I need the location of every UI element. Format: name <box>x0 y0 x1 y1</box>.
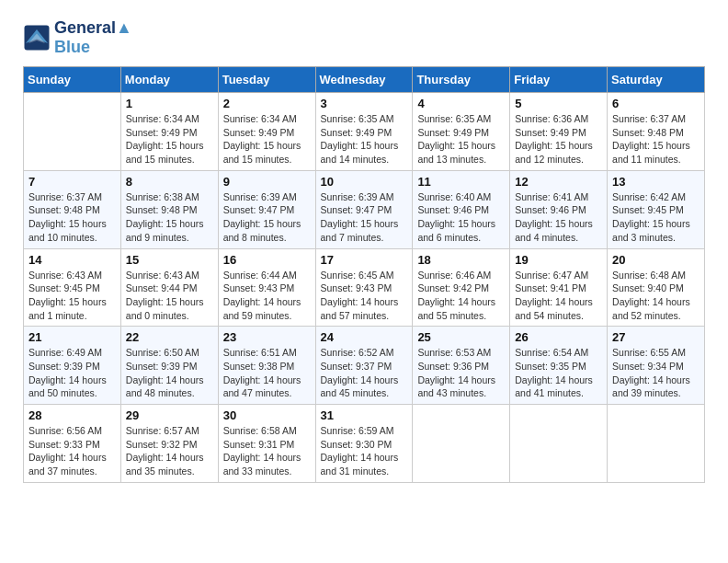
week-row-2: 7Sunrise: 6:37 AM Sunset: 9:48 PM Daylig… <box>24 170 705 248</box>
header: General▲ Blue <box>23 18 705 57</box>
day-number: 20 <box>612 253 700 267</box>
day-info: Sunrise: 6:38 AM Sunset: 9:48 PM Dayligh… <box>126 190 213 245</box>
day-number: 23 <box>223 330 311 344</box>
calendar-cell: 14Sunrise: 6:43 AM Sunset: 9:45 PM Dayli… <box>24 248 121 327</box>
calendar-cell: 1Sunrise: 6:34 AM Sunset: 9:49 PM Daylig… <box>120 93 218 171</box>
day-number: 21 <box>28 330 116 344</box>
page-container: General▲ Blue SundayMondayTuesdayWednesd… <box>0 0 728 501</box>
calendar-cell <box>413 405 510 483</box>
weekday-header-tuesday: Tuesday <box>218 67 315 93</box>
calendar-table: SundayMondayTuesdayWednesdayThursdayFrid… <box>23 66 705 483</box>
calendar-cell: 15Sunrise: 6:43 AM Sunset: 9:44 PM Dayli… <box>120 248 218 327</box>
calendar-cell: 7Sunrise: 6:37 AM Sunset: 9:48 PM Daylig… <box>24 170 121 248</box>
calendar-cell: 30Sunrise: 6:58 AM Sunset: 9:31 PM Dayli… <box>218 405 315 483</box>
day-number: 28 <box>28 408 116 422</box>
day-number: 29 <box>126 408 213 422</box>
calendar-cell: 24Sunrise: 6:52 AM Sunset: 9:37 PM Dayli… <box>315 327 413 405</box>
calendar-cell <box>608 405 705 483</box>
weekday-header-wednesday: Wednesday <box>315 67 413 93</box>
day-number: 15 <box>126 253 213 267</box>
logo-text: General▲ Blue <box>54 18 132 57</box>
calendar-cell: 5Sunrise: 6:36 AM Sunset: 9:49 PM Daylig… <box>510 93 608 171</box>
day-info: Sunrise: 6:57 AM Sunset: 9:32 PM Dayligh… <box>126 424 213 478</box>
calendar-cell: 10Sunrise: 6:39 AM Sunset: 9:47 PM Dayli… <box>315 170 413 248</box>
calendar-cell: 16Sunrise: 6:44 AM Sunset: 9:43 PM Dayli… <box>218 248 315 327</box>
day-number: 11 <box>417 175 505 189</box>
day-number: 4 <box>417 97 505 110</box>
day-info: Sunrise: 6:47 AM Sunset: 9:41 PM Dayligh… <box>515 269 602 323</box>
day-number: 6 <box>612 97 700 110</box>
day-number: 16 <box>223 253 311 267</box>
calendar-cell: 9Sunrise: 6:39 AM Sunset: 9:47 PM Daylig… <box>218 170 315 248</box>
weekday-header-monday: Monday <box>120 67 218 93</box>
calendar-cell: 4Sunrise: 6:35 AM Sunset: 9:49 PM Daylig… <box>413 93 510 171</box>
day-number: 25 <box>417 330 505 344</box>
day-number: 22 <box>126 330 213 344</box>
day-number: 3 <box>321 97 408 110</box>
day-number: 19 <box>515 253 602 267</box>
calendar-cell: 22Sunrise: 6:50 AM Sunset: 9:39 PM Dayli… <box>120 327 218 405</box>
calendar-cell <box>510 405 608 483</box>
day-info: Sunrise: 6:34 AM Sunset: 9:49 PM Dayligh… <box>126 112 213 167</box>
day-info: Sunrise: 6:39 AM Sunset: 9:47 PM Dayligh… <box>321 190 408 245</box>
day-info: Sunrise: 6:36 AM Sunset: 9:49 PM Dayligh… <box>515 112 602 167</box>
week-row-4: 21Sunrise: 6:49 AM Sunset: 9:39 PM Dayli… <box>24 327 705 405</box>
day-number: 10 <box>321 175 408 189</box>
day-info: Sunrise: 6:43 AM Sunset: 9:44 PM Dayligh… <box>126 269 213 323</box>
day-info: Sunrise: 6:46 AM Sunset: 9:42 PM Dayligh… <box>417 269 505 323</box>
day-info: Sunrise: 6:53 AM Sunset: 9:36 PM Dayligh… <box>417 346 505 400</box>
day-number: 17 <box>321 253 408 267</box>
day-number: 26 <box>515 330 602 344</box>
day-info: Sunrise: 6:50 AM Sunset: 9:39 PM Dayligh… <box>126 346 213 400</box>
day-number: 14 <box>28 253 116 267</box>
day-info: Sunrise: 6:49 AM Sunset: 9:39 PM Dayligh… <box>28 346 116 400</box>
weekday-header-saturday: Saturday <box>608 67 705 93</box>
calendar-cell: 18Sunrise: 6:46 AM Sunset: 9:42 PM Dayli… <box>413 248 510 327</box>
calendar-cell: 19Sunrise: 6:47 AM Sunset: 9:41 PM Dayli… <box>510 248 608 327</box>
day-info: Sunrise: 6:52 AM Sunset: 9:37 PM Dayligh… <box>321 346 408 400</box>
day-number: 13 <box>612 175 700 189</box>
day-info: Sunrise: 6:45 AM Sunset: 9:43 PM Dayligh… <box>321 269 408 323</box>
day-number: 8 <box>126 175 213 189</box>
week-row-3: 14Sunrise: 6:43 AM Sunset: 9:45 PM Dayli… <box>24 248 705 327</box>
day-info: Sunrise: 6:51 AM Sunset: 9:38 PM Dayligh… <box>223 346 311 400</box>
weekday-header-row: SundayMondayTuesdayWednesdayThursdayFrid… <box>24 67 705 93</box>
day-number: 12 <box>515 175 602 189</box>
day-info: Sunrise: 6:58 AM Sunset: 9:31 PM Dayligh… <box>223 424 311 478</box>
day-info: Sunrise: 6:37 AM Sunset: 9:48 PM Dayligh… <box>28 190 116 245</box>
calendar-cell: 29Sunrise: 6:57 AM Sunset: 9:32 PM Dayli… <box>120 405 218 483</box>
calendar-cell: 25Sunrise: 6:53 AM Sunset: 9:36 PM Dayli… <box>413 327 510 405</box>
day-info: Sunrise: 6:56 AM Sunset: 9:33 PM Dayligh… <box>28 424 116 478</box>
day-number: 24 <box>321 330 408 344</box>
calendar-cell: 26Sunrise: 6:54 AM Sunset: 9:35 PM Dayli… <box>510 327 608 405</box>
day-info: Sunrise: 6:35 AM Sunset: 9:49 PM Dayligh… <box>417 112 505 167</box>
logo-icon <box>23 24 51 52</box>
calendar-cell: 28Sunrise: 6:56 AM Sunset: 9:33 PM Dayli… <box>24 405 121 483</box>
day-info: Sunrise: 6:42 AM Sunset: 9:45 PM Dayligh… <box>612 190 700 245</box>
calendar-cell: 17Sunrise: 6:45 AM Sunset: 9:43 PM Dayli… <box>315 248 413 327</box>
week-row-5: 28Sunrise: 6:56 AM Sunset: 9:33 PM Dayli… <box>24 405 705 483</box>
day-number: 5 <box>515 97 602 110</box>
day-info: Sunrise: 6:55 AM Sunset: 9:34 PM Dayligh… <box>612 346 700 400</box>
day-info: Sunrise: 6:35 AM Sunset: 9:49 PM Dayligh… <box>321 112 408 167</box>
day-number: 18 <box>417 253 505 267</box>
day-info: Sunrise: 6:54 AM Sunset: 9:35 PM Dayligh… <box>515 346 602 400</box>
day-info: Sunrise: 6:40 AM Sunset: 9:46 PM Dayligh… <box>417 190 505 245</box>
day-info: Sunrise: 6:48 AM Sunset: 9:40 PM Dayligh… <box>612 269 700 323</box>
calendar-cell: 12Sunrise: 6:41 AM Sunset: 9:46 PM Dayli… <box>510 170 608 248</box>
calendar-cell: 8Sunrise: 6:38 AM Sunset: 9:48 PM Daylig… <box>120 170 218 248</box>
calendar-cell: 13Sunrise: 6:42 AM Sunset: 9:45 PM Dayli… <box>608 170 705 248</box>
week-row-1: 1Sunrise: 6:34 AM Sunset: 9:49 PM Daylig… <box>24 93 705 171</box>
day-number: 7 <box>28 175 116 189</box>
calendar-cell: 21Sunrise: 6:49 AM Sunset: 9:39 PM Dayli… <box>24 327 121 405</box>
calendar-cell: 3Sunrise: 6:35 AM Sunset: 9:49 PM Daylig… <box>315 93 413 171</box>
calendar-cell: 31Sunrise: 6:59 AM Sunset: 9:30 PM Dayli… <box>315 405 413 483</box>
day-info: Sunrise: 6:59 AM Sunset: 9:30 PM Dayligh… <box>321 424 408 478</box>
day-number: 30 <box>223 408 311 422</box>
day-info: Sunrise: 6:44 AM Sunset: 9:43 PM Dayligh… <box>223 269 311 323</box>
calendar-cell: 2Sunrise: 6:34 AM Sunset: 9:49 PM Daylig… <box>218 93 315 171</box>
weekday-header-friday: Friday <box>510 67 608 93</box>
day-info: Sunrise: 6:43 AM Sunset: 9:45 PM Dayligh… <box>28 269 116 323</box>
day-info: Sunrise: 6:39 AM Sunset: 9:47 PM Dayligh… <box>223 190 311 245</box>
day-info: Sunrise: 6:41 AM Sunset: 9:46 PM Dayligh… <box>515 190 602 245</box>
